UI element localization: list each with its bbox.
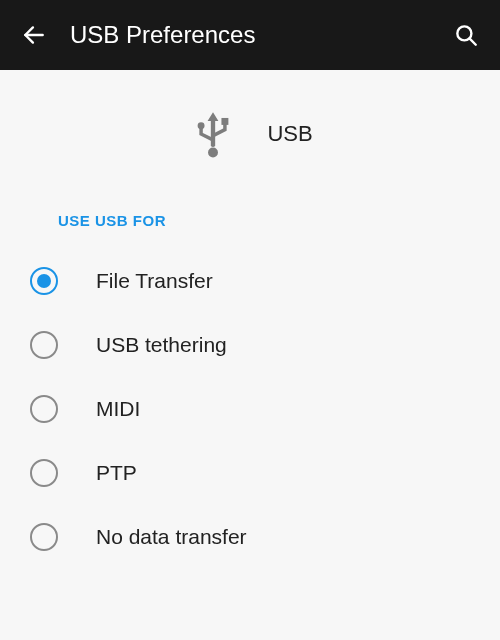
usb-hero: USB	[0, 70, 500, 192]
svg-line-2	[469, 38, 475, 44]
option-label: File Transfer	[96, 269, 213, 293]
arrow-left-icon	[21, 22, 47, 48]
back-button[interactable]	[16, 17, 52, 53]
radio-button[interactable]	[30, 267, 58, 295]
usb-mode-option[interactable]: No data transfer	[0, 505, 500, 569]
svg-point-4	[198, 122, 205, 129]
usb-mode-option[interactable]: USB tethering	[0, 313, 500, 377]
usb-mode-option[interactable]: File Transfer	[0, 249, 500, 313]
usb-hero-label: USB	[267, 121, 312, 147]
app-header: USB Preferences	[0, 0, 500, 70]
usb-mode-options: File TransferUSB tetheringMIDIPTPNo data…	[0, 249, 500, 569]
radio-button[interactable]	[30, 459, 58, 487]
option-label: No data transfer	[96, 525, 247, 549]
svg-point-3	[208, 147, 218, 157]
usb-mode-option[interactable]: PTP	[0, 441, 500, 505]
svg-rect-5	[222, 118, 229, 125]
option-label: PTP	[96, 461, 137, 485]
radio-button[interactable]	[30, 395, 58, 423]
radio-button[interactable]	[30, 523, 58, 551]
usb-icon	[187, 108, 239, 160]
radio-button[interactable]	[30, 331, 58, 359]
page-title: USB Preferences	[70, 21, 448, 49]
section-heading: USE USB FOR	[0, 192, 500, 249]
option-label: USB tethering	[96, 333, 227, 357]
usb-mode-option[interactable]: MIDI	[0, 377, 500, 441]
search-button[interactable]	[448, 17, 484, 53]
option-label: MIDI	[96, 397, 140, 421]
search-icon	[453, 22, 479, 48]
